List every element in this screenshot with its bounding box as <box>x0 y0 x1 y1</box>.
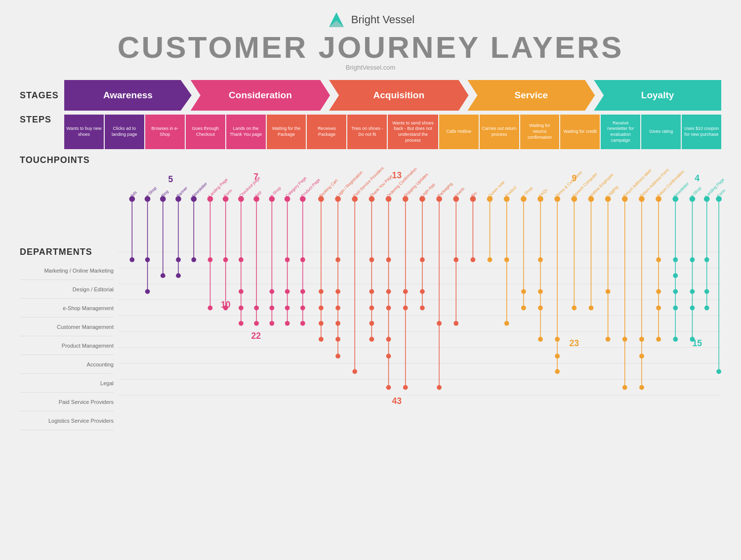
logo-area: Bright Vessel <box>327 10 414 30</box>
svg-point-46 <box>254 321 259 326</box>
svg-point-74 <box>335 306 340 311</box>
svg-point-144 <box>589 306 594 311</box>
lower-section: TOUCHPOINTS DEPARTMENTS Marketing / Onli… <box>20 155 721 430</box>
tp-label-eshop3: e-Shop <box>521 185 534 198</box>
tp-label-returnform: Return Address Form <box>639 167 670 199</box>
svg-point-98 <box>403 289 408 294</box>
svg-point-76 <box>335 337 340 342</box>
dept-legal: Legal <box>20 374 114 393</box>
svg-point-99 <box>403 306 408 311</box>
svg-point-87 <box>370 337 374 342</box>
svg-point-69 <box>319 337 324 342</box>
svg-point-156 <box>639 354 644 359</box>
logo-text: Bright Vessel <box>351 13 414 26</box>
tp-label-queennote: Queen note <box>487 179 506 198</box>
dept-marketing: Marketing / Online Marketing <box>20 261 114 280</box>
tp-label-eshop4: e-Shop <box>690 185 702 198</box>
svg-point-31 <box>208 257 213 262</box>
svg-point-42 <box>239 321 244 326</box>
tp-label-banner: Banner <box>175 185 188 198</box>
svg-point-119 <box>488 257 493 262</box>
count-22: 22 <box>251 331 261 341</box>
step-12: Waiting for returns confirmation <box>520 115 560 149</box>
page-container: Bright Vessel CUSTOMER JOURNEY LAYERS Br… <box>0 0 741 440</box>
stage-loyalty: Loyalty <box>594 80 721 111</box>
stage-acquisition: Acquisition <box>329 80 468 111</box>
svg-point-147 <box>606 289 611 294</box>
svg-point-173 <box>690 257 695 262</box>
svg-point-137 <box>555 354 560 359</box>
svg-point-168 <box>673 289 678 294</box>
svg-point-66 <box>319 289 324 294</box>
subtitle: BrightVessel.com <box>346 64 395 71</box>
step-8: Tries on shoes - Do not fit <box>347 115 387 149</box>
count-15: 15 <box>692 338 702 348</box>
svg-point-167 <box>673 273 678 278</box>
svg-point-18 <box>145 289 150 294</box>
tp-label-newsletter2: Newsletter <box>673 181 690 199</box>
count-23: 23 <box>570 338 579 348</box>
count-10: 10 <box>221 300 231 310</box>
count-13: 13 <box>392 170 402 180</box>
dept-eshop: e-Shop Management <box>20 299 114 318</box>
step-13: Waiting for credit <box>560 115 600 149</box>
svg-point-72 <box>335 257 340 262</box>
svg-point-56 <box>285 306 290 311</box>
main-title: CUSTOMER JOURNEY LAYERS <box>118 32 624 63</box>
departments-label: DEPARTMENTS <box>20 247 114 257</box>
svg-point-35 <box>223 257 228 262</box>
tp-label-product2: Product <box>504 185 518 199</box>
dept-accounting: Accounting <box>20 355 114 374</box>
svg-point-133 <box>538 337 543 342</box>
tp-label-logging: Logging <box>605 184 619 198</box>
svg-point-95 <box>386 385 391 390</box>
dept-design: Design / Editorial <box>20 280 114 299</box>
svg-point-157 <box>639 385 644 390</box>
step-3: Browses in e-Shop <box>145 115 185 149</box>
chart-area: 5 <box>119 155 721 404</box>
svg-point-138 <box>555 369 560 374</box>
svg-point-175 <box>690 306 695 311</box>
svg-point-127 <box>521 306 526 311</box>
steps-container: Wants to buy new shoes Clicks ad to land… <box>64 115 721 149</box>
svg-point-68 <box>319 321 324 326</box>
tp-label-ordering: Ordering Confirmation <box>386 166 418 198</box>
tp-label-form2: Form <box>716 188 726 199</box>
svg-point-54 <box>285 257 290 262</box>
svg-point-116 <box>470 257 475 262</box>
svg-point-160 <box>656 257 661 262</box>
svg-point-45 <box>254 306 259 311</box>
svg-point-94 <box>386 354 391 359</box>
svg-point-136 <box>555 337 560 342</box>
tp-label-eshop2: e-Shop <box>269 185 282 198</box>
tp-label-newsletter1: Newsletter <box>191 181 208 199</box>
svg-point-126 <box>521 289 526 294</box>
step-2: Clicks ad to landing page <box>105 115 144 149</box>
count-5: 5 <box>168 174 173 184</box>
svg-point-32 <box>208 306 213 311</box>
svg-point-60 <box>300 257 305 262</box>
svg-point-84 <box>370 289 374 294</box>
svg-point-93 <box>386 337 391 342</box>
step-5: Lands on the Thank You page <box>226 115 266 149</box>
svg-point-91 <box>386 289 391 294</box>
dept-product: Product Management <box>20 336 114 355</box>
svg-point-67 <box>319 306 324 311</box>
touchpoints-label: TOUCHPOINTS <box>20 155 114 165</box>
svg-point-51 <box>269 321 274 326</box>
tp-label-inserts: Inserts <box>453 186 466 199</box>
tp-label-paidservice: Paid Service Providers <box>352 165 385 198</box>
stages-label: STAGES <box>20 90 59 101</box>
step-10: Calls Hotline <box>439 115 479 149</box>
svg-point-141 <box>572 306 576 311</box>
svg-point-104 <box>420 289 425 294</box>
step-14: Receive newsletter for evaluation campai… <box>601 115 640 149</box>
svg-point-83 <box>370 257 374 262</box>
step-9: Wants to send shoes back - But does not … <box>388 115 438 149</box>
svg-point-123 <box>504 321 509 326</box>
svg-point-181 <box>704 306 709 311</box>
steps-label: STEPS <box>20 115 59 125</box>
count-43: 43 <box>392 396 402 406</box>
svg-point-24 <box>176 257 181 262</box>
tp-label-eshop1: e-Shop <box>145 185 158 198</box>
